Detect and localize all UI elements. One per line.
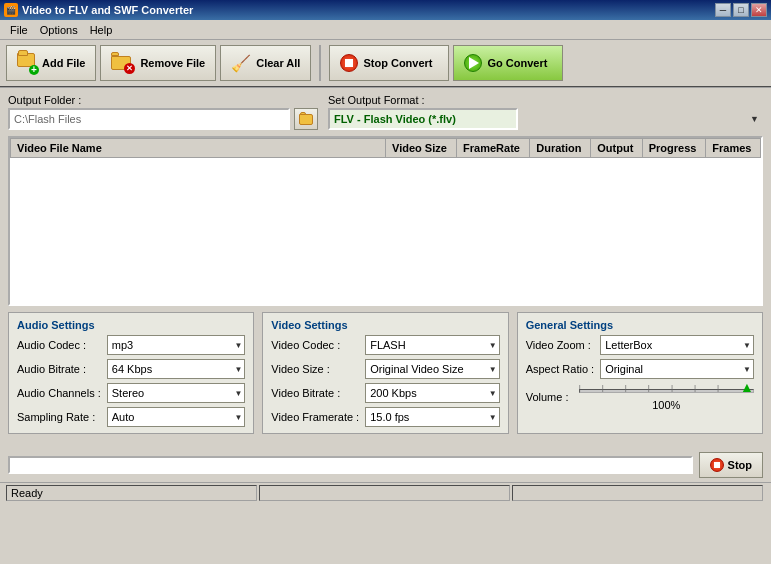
format-select-wrapper: FLV - Flash Video (*.flv) SWF - Shockwav… — [328, 108, 763, 130]
output-folder-section: Output Folder : — [8, 94, 318, 130]
audio-channels-wrapper: MonoStereo — [107, 383, 246, 403]
volume-slider-area: | | | | | | | ▲ 100% — [579, 383, 754, 411]
format-select[interactable]: FLV - Flash Video (*.flv) SWF - Shockwav… — [328, 108, 518, 130]
col-framerate: FrameRate — [457, 139, 530, 158]
audio-bitrate-label: Audio Bitrate : — [17, 363, 101, 375]
status-text: Ready — [6, 485, 257, 501]
file-table-container: Video File Name Video Size FrameRate Dur… — [8, 136, 763, 306]
col-output: Output — [591, 139, 642, 158]
main-area: Output Folder : Set Output Format : FLV … — [0, 88, 771, 448]
title-bar-text: Video to FLV and SWF Converter — [22, 4, 193, 16]
video-bitrate-label: Video Bitrate : — [271, 387, 359, 399]
go-convert-button[interactable]: Go Convert — [453, 45, 563, 81]
zoom-label: Video Zoom : — [526, 339, 594, 351]
output-input-row — [8, 108, 318, 130]
remove-file-icon: ✕ — [111, 52, 135, 74]
stop-convert-button[interactable]: Stop Convert — [329, 45, 449, 81]
go-convert-icon — [464, 54, 482, 72]
file-table: Video File Name Video Size FrameRate Dur… — [10, 138, 761, 158]
video-settings-title: Video Settings — [271, 319, 499, 331]
remove-file-button[interactable]: ✕ Remove File — [100, 45, 216, 81]
plus-icon: + — [29, 65, 39, 75]
general-settings-title: General Settings — [526, 319, 754, 331]
zoom-select[interactable]: LetterBoxPan&ScanStretch — [600, 335, 754, 355]
audio-codec-label: Audio Codec : — [17, 339, 101, 351]
menu-help[interactable]: Help — [84, 22, 119, 38]
toolbar: + Add File ✕ Remove File 🧹 Clear All Sto… — [0, 40, 771, 88]
aspect-label: Aspect Ratio : — [526, 363, 594, 375]
stop-button-icon — [710, 458, 724, 472]
volume-label: Volume : — [526, 391, 571, 403]
add-file-button[interactable]: + Add File — [6, 45, 96, 81]
audio-sampling-wrapper: Auto22050 Hz44100 Hz — [107, 407, 246, 427]
audio-sampling-label: Sampling Rate : — [17, 411, 101, 423]
general-settings-grid: Video Zoom : LetterBoxPan&ScanStretch As… — [526, 335, 754, 379]
status-pane-2 — [259, 485, 510, 501]
title-bar-buttons: ─ □ ✕ — [715, 3, 767, 17]
clear-all-icon: 🧹 — [231, 53, 251, 73]
menu-options[interactable]: Options — [34, 22, 84, 38]
stop-convert-icon — [340, 54, 358, 72]
toolbar-separator — [319, 45, 321, 81]
audio-settings-panel: Audio Settings Audio Codec : mp3aacpcm A… — [8, 312, 254, 434]
video-framerate-label: Video Framerate : — [271, 411, 359, 423]
title-bar: 🎬 Video to FLV and SWF Converter ─ □ ✕ — [0, 0, 771, 20]
output-format-label: Set Output Format : — [328, 94, 763, 106]
video-settings-grid: Video Codec : FLASHH.264MPEG4 Video Size… — [271, 335, 499, 427]
output-folder-input[interactable] — [8, 108, 290, 130]
audio-codec-wrapper: mp3aacpcm — [107, 335, 246, 355]
video-codec-label: Video Codec : — [271, 339, 359, 351]
col-duration: Duration — [530, 139, 591, 158]
browse-folder-icon — [299, 114, 313, 125]
audio-bitrate-wrapper: 32 Kbps64 Kbps128 Kbps — [107, 359, 246, 379]
col-filename: Video File Name — [11, 139, 386, 158]
volume-thumb[interactable]: ▲ — [740, 379, 754, 395]
video-settings-panel: Video Settings Video Codec : FLASHH.264M… — [262, 312, 508, 434]
progress-bar-container — [8, 456, 693, 474]
audio-channels-select[interactable]: MonoStereo — [107, 383, 246, 403]
aspect-wrapper: Original4:316:9 — [600, 359, 754, 379]
audio-settings-title: Audio Settings — [17, 319, 245, 331]
volume-percent: 100% — [579, 399, 754, 411]
title-bar-left: 🎬 Video to FLV and SWF Converter — [4, 3, 193, 17]
settings-row: Audio Settings Audio Codec : mp3aacpcm A… — [8, 312, 763, 434]
col-videosize: Video Size — [386, 139, 457, 158]
clear-all-button[interactable]: 🧹 Clear All — [220, 45, 311, 81]
output-format-section: Set Output Format : FLV - Flash Video (*… — [328, 94, 763, 130]
col-frames: Frames — [706, 139, 761, 158]
video-framerate-wrapper: 15.0 fps25.0 fps30.0 fps — [365, 407, 499, 427]
status-pane-3 — [512, 485, 763, 501]
audio-bitrate-select[interactable]: 32 Kbps64 Kbps128 Kbps — [107, 359, 246, 379]
add-file-icon: + — [17, 53, 37, 73]
general-settings-panel: General Settings Video Zoom : LetterBoxP… — [517, 312, 763, 434]
video-framerate-select[interactable]: 15.0 fps25.0 fps30.0 fps — [365, 407, 499, 427]
col-progress: Progress — [642, 139, 706, 158]
menu-file[interactable]: File — [4, 22, 34, 38]
progress-row: Stop — [0, 448, 771, 482]
browse-folder-button[interactable] — [294, 108, 318, 130]
zoom-wrapper: LetterBoxPan&ScanStretch — [600, 335, 754, 355]
aspect-select[interactable]: Original4:316:9 — [600, 359, 754, 379]
video-codec-wrapper: FLASHH.264MPEG4 — [365, 335, 499, 355]
video-size-label: Video Size : — [271, 363, 359, 375]
status-bar: Ready — [0, 482, 771, 502]
audio-settings-grid: Audio Codec : mp3aacpcm Audio Bitrate : … — [17, 335, 245, 427]
menu-bar: File Options Help — [0, 20, 771, 40]
video-size-select[interactable]: Original Video Size320x240640x480 — [365, 359, 499, 379]
stop-button[interactable]: Stop — [699, 452, 763, 478]
output-row: Output Folder : Set Output Format : FLV … — [8, 94, 763, 130]
app-icon: 🎬 — [4, 3, 18, 17]
video-size-wrapper: Original Video Size320x240640x480 — [365, 359, 499, 379]
table-header-row: Video File Name Video Size FrameRate Dur… — [11, 139, 761, 158]
minimize-button[interactable]: ─ — [715, 3, 731, 17]
audio-channels-label: Audio Channels : — [17, 387, 101, 399]
maximize-button[interactable]: □ — [733, 3, 749, 17]
video-bitrate-select[interactable]: 100 Kbps200 Kbps400 Kbps — [365, 383, 499, 403]
video-bitrate-wrapper: 100 Kbps200 Kbps400 Kbps — [365, 383, 499, 403]
video-codec-select[interactable]: FLASHH.264MPEG4 — [365, 335, 499, 355]
close-button[interactable]: ✕ — [751, 3, 767, 17]
output-folder-label: Output Folder : — [8, 94, 318, 106]
volume-row: Volume : | | | | | | | ▲ — [526, 383, 754, 411]
audio-codec-select[interactable]: mp3aacpcm — [107, 335, 246, 355]
audio-sampling-select[interactable]: Auto22050 Hz44100 Hz — [107, 407, 246, 427]
